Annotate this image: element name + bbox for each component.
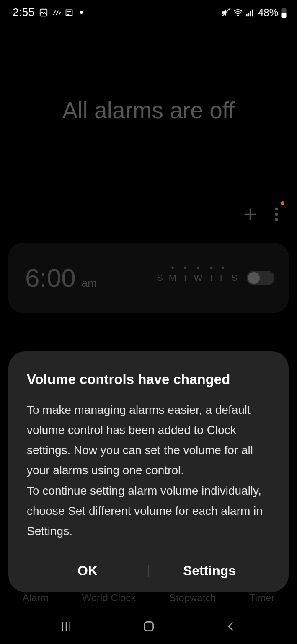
toolbar xyxy=(0,207,297,223)
svg-point-17 xyxy=(275,213,278,216)
add-alarm-button[interactable] xyxy=(243,207,258,223)
svg-rect-13 xyxy=(283,8,285,9)
toggle-knob-icon xyxy=(248,272,260,284)
svg-point-6 xyxy=(238,15,238,16)
mute-icon xyxy=(221,8,230,17)
dialog-body: To make managing alarms easier, a defaul… xyxy=(27,400,270,541)
alarm-item[interactable]: 6:00 am S M T W T F S xyxy=(8,243,289,313)
recents-button[interactable] xyxy=(60,620,72,634)
signal-icon xyxy=(245,8,255,17)
dialog-title: Volume controls have changed xyxy=(27,371,270,387)
battery-percent: 48% xyxy=(258,7,278,18)
alarm-time: 6:00 am xyxy=(25,263,97,293)
image-icon xyxy=(39,8,48,17)
volume-change-dialog: Volume controls have changed To make man… xyxy=(8,351,289,592)
svg-rect-12 xyxy=(282,13,287,18)
svg-rect-9 xyxy=(250,11,251,16)
status-bar: 2:55 48% xyxy=(0,0,297,21)
bottom-tabs: Alarm World Clock Stopwatch Timer xyxy=(0,592,297,604)
status-left: 2:55 xyxy=(13,6,83,19)
notification-badge-icon xyxy=(281,201,284,205)
lines-icon xyxy=(52,8,61,17)
day-thu: T xyxy=(208,273,214,283)
day-mon: M xyxy=(169,273,176,283)
svg-rect-8 xyxy=(248,13,249,16)
alarm-toggle[interactable] xyxy=(247,271,274,285)
status-right: 48% xyxy=(221,7,287,18)
android-nav-bar xyxy=(0,610,297,644)
home-button[interactable] xyxy=(142,620,155,635)
alarm-days: S M T W T F S xyxy=(157,273,238,283)
notification-dot-icon xyxy=(80,11,83,14)
svg-rect-10 xyxy=(252,9,253,16)
day-sun: S xyxy=(157,273,163,283)
settings-button[interactable]: Settings xyxy=(149,557,270,584)
back-button[interactable] xyxy=(225,621,237,634)
svg-point-18 xyxy=(275,218,278,221)
battery-icon xyxy=(281,8,287,18)
tab-timer[interactable]: Timer xyxy=(249,592,274,604)
tab-world-clock[interactable]: World Clock xyxy=(82,592,136,604)
svg-rect-22 xyxy=(145,622,153,631)
news-icon xyxy=(65,8,73,17)
status-time: 2:55 xyxy=(13,6,35,19)
tab-alarm[interactable]: Alarm xyxy=(23,592,49,604)
svg-point-16 xyxy=(275,208,278,210)
alarm-time-value: 6:00 xyxy=(25,263,76,293)
day-fri: F xyxy=(220,273,225,283)
svg-rect-7 xyxy=(246,14,248,16)
day-sat: S xyxy=(231,273,238,283)
more-options-button[interactable] xyxy=(274,207,279,223)
day-wed: W xyxy=(194,273,203,283)
tab-stopwatch[interactable]: Stopwatch xyxy=(169,592,216,604)
dialog-body-p1: To make managing alarms easier, a defaul… xyxy=(27,400,270,481)
ok-button[interactable]: OK xyxy=(27,557,148,584)
page-title: All alarms are off xyxy=(0,97,297,124)
wifi-icon xyxy=(233,8,243,17)
day-tue: T xyxy=(182,273,188,283)
alarm-ampm: am xyxy=(82,277,97,290)
dialog-body-p2: To continue setting alarm volume individ… xyxy=(27,481,270,541)
dialog-actions: OK Settings xyxy=(27,557,270,584)
